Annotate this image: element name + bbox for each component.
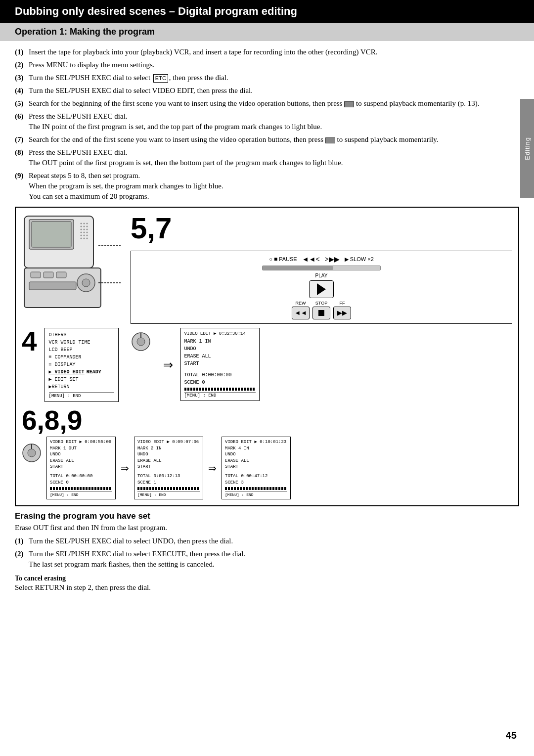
step689-row: VIDEO EDIT ▶ 0:08:55:06 MARK 1 OUT UNDO … bbox=[22, 437, 512, 499]
edit-start: START bbox=[184, 360, 256, 367]
edit689-erase-1: ERASE ALL bbox=[50, 458, 112, 464]
menu-item-beep: LCD BEEP bbox=[49, 346, 114, 354]
diagram-area: 5,7 ○ ■ PAUSE ◄◄< >▶▶ ▶ SLOW ×2 bbox=[15, 207, 519, 506]
svg-point-19 bbox=[84, 238, 85, 239]
dial-knob-svg bbox=[131, 328, 151, 353]
edit689-total-3: TOTAL 0:00:47:12 bbox=[225, 473, 287, 480]
erase-step-1: (1) Turn the SEL/PUSH EXEC dial to selec… bbox=[15, 536, 519, 546]
step-1: (1) Insert the tape for playback into yo… bbox=[15, 47, 519, 57]
edit689-mark-3: MARK 4 IN bbox=[225, 445, 287, 452]
svg-point-12 bbox=[81, 232, 82, 233]
bottom-transport: REW ◄◄ STOP bbox=[292, 301, 351, 319]
menu-item-return: ▶RETURN bbox=[49, 383, 114, 391]
play-label: PLAY bbox=[315, 273, 328, 278]
page-number: 45 bbox=[506, 730, 517, 741]
svg-point-9 bbox=[81, 229, 82, 230]
svg-rect-23 bbox=[44, 272, 53, 278]
edit-screen-initial: VIDEO EDIT ▶ 0:32:30:14 MARK 1 IN UNDO E… bbox=[180, 328, 260, 401]
stop-button[interactable] bbox=[312, 307, 330, 319]
edit689-footer-3: [MENU] : END bbox=[225, 491, 287, 497]
menu-item-worldtime: VCR WORLD TIME bbox=[49, 339, 114, 346]
knob-container bbox=[126, 328, 156, 353]
svg-point-3 bbox=[81, 223, 82, 224]
edit689-undo-1: UNDO bbox=[50, 451, 112, 458]
svg-point-5 bbox=[87, 223, 88, 224]
edit-scene: SCENE 0 bbox=[184, 379, 256, 386]
transport-top-row: ○ ■ PAUSE ◄◄< >▶▶ ▶ SLOW ×2 bbox=[269, 255, 374, 263]
progress-bar bbox=[184, 388, 256, 391]
erase-step-2: (2) Turn the SEL/PUSH EXEC dial to selec… bbox=[15, 549, 519, 570]
svg-rect-27 bbox=[29, 282, 76, 290]
edit-screen-689-3: VIDEO EDIT ▶ 0:10:01:23 MARK 4 IN UNDO E… bbox=[222, 437, 291, 499]
edit689-title-2: VIDEO EDIT ▶ 0:09:07:06 bbox=[137, 439, 200, 445]
etc-icon: ETC bbox=[153, 74, 168, 83]
menu-footer: [MENU] : END bbox=[49, 392, 114, 399]
step-8: (8) Press the SEL/PUSH EXEC dial. The OU… bbox=[15, 147, 519, 168]
page-container: Dubbing only desired scenes – Digital pr… bbox=[0, 0, 534, 756]
vcr-drawing bbox=[22, 214, 121, 322]
right-section-57: 5,7 ○ ■ PAUSE ◄◄< >▶▶ ▶ SLOW ×2 bbox=[131, 214, 512, 324]
progress-bar-689-2 bbox=[137, 487, 200, 490]
edit-total: TOTAL 0:00:00:00 bbox=[184, 371, 256, 379]
step4-section: 4 OTHERS VCR WORLD TIME LCD BEEP ≡ COMMA… bbox=[22, 328, 512, 402]
svg-point-4 bbox=[84, 223, 85, 224]
slow-indicator: ▶ SLOW ×2 bbox=[345, 256, 374, 263]
edit689-undo-3: UNDO bbox=[225, 451, 287, 458]
step-6: (6) Press the SEL/PUSH EXEC dial. The IN… bbox=[15, 111, 519, 132]
edit689-mark-2: MARK 2 IN bbox=[137, 445, 200, 452]
edit-mark: MARK 1 IN bbox=[184, 338, 256, 345]
edit689-scene-3: SCENE 3 bbox=[225, 480, 287, 486]
svg-point-17 bbox=[87, 235, 88, 236]
section2-header: Erasing the program you have set bbox=[15, 511, 519, 521]
rew-label: REW bbox=[296, 301, 306, 306]
transport-controls: ○ ■ PAUSE ◄◄< >▶▶ ▶ SLOW ×2 PLAY bbox=[131, 251, 512, 324]
erase-steps-list: (1) Turn the SEL/PUSH EXEC dial to selec… bbox=[15, 536, 519, 570]
edit689-start-1: START bbox=[50, 464, 112, 470]
content-area: (1) Insert the tape for playback into yo… bbox=[0, 47, 534, 602]
edit689-footer-1: [MENU] : END bbox=[50, 491, 112, 497]
play-triangle-icon bbox=[317, 283, 326, 295]
svg-rect-22 bbox=[31, 272, 41, 278]
pause-button-inline2 bbox=[325, 137, 335, 143]
svg-point-6 bbox=[81, 226, 82, 227]
edit689-start-2: START bbox=[137, 464, 200, 470]
step-9: (9) Repeat steps 5 to 8, then set progra… bbox=[15, 171, 519, 202]
stop-label: STOP bbox=[315, 301, 327, 306]
pause-indicator: ○ ■ PAUSE bbox=[269, 256, 297, 263]
edit689-total-1: TOTAL 0:00:00:00 bbox=[50, 473, 112, 480]
svg-point-11 bbox=[87, 229, 88, 230]
svg-point-14 bbox=[87, 232, 88, 233]
knob-689 bbox=[22, 437, 42, 464]
svg-point-7 bbox=[84, 226, 85, 227]
edit689-total-2: TOTAL 0:00:12:13 bbox=[137, 473, 200, 480]
svg-point-10 bbox=[84, 229, 85, 230]
edit689-start-3: START bbox=[225, 464, 287, 470]
arrow-to-edit-screen: ⇒ bbox=[163, 358, 173, 372]
svg-rect-2 bbox=[32, 222, 71, 247]
menu-screen: OTHERS VCR WORLD TIME LCD BEEP ≡ COMMAND… bbox=[44, 328, 119, 402]
page-title: Dubbing only desired scenes – Digital pr… bbox=[0, 0, 534, 23]
svg-point-13 bbox=[84, 232, 85, 233]
step-7: (7) Search for the end of the first scen… bbox=[15, 134, 519, 145]
menu-item-videoedit: ▶ VIDEO EDIT READY bbox=[49, 368, 114, 376]
rew-button[interactable]: ◄◄ bbox=[292, 307, 310, 319]
edit689-erase-3: ERASE ALL bbox=[225, 458, 287, 464]
svg-rect-24 bbox=[56, 272, 66, 278]
vcr-svg bbox=[22, 214, 121, 322]
play-button[interactable] bbox=[309, 280, 334, 298]
svg-point-26 bbox=[82, 279, 90, 287]
ff-button[interactable]: ▶▶ bbox=[333, 307, 351, 319]
cancel-text: Select RETURN in step 2, then press the … bbox=[15, 583, 519, 592]
arrow-689-2: ⇒ bbox=[208, 462, 217, 474]
editing-sidebar: Editing bbox=[520, 99, 534, 198]
svg-point-18 bbox=[81, 238, 82, 239]
transport-slider bbox=[262, 266, 381, 270]
edit689-scene-2: SCENE 1 bbox=[137, 480, 200, 486]
step-2: (2) Press MENU to display the menu setti… bbox=[15, 60, 519, 70]
ff-label: FF bbox=[340, 301, 345, 306]
progress-bar-689-3 bbox=[225, 487, 287, 490]
svg-point-15 bbox=[81, 235, 82, 236]
menu-item-display: ≡ DISPLAY bbox=[49, 361, 114, 368]
step-5: (5) Search for the beginning of the firs… bbox=[15, 98, 519, 109]
pause-button-inline bbox=[344, 101, 354, 107]
